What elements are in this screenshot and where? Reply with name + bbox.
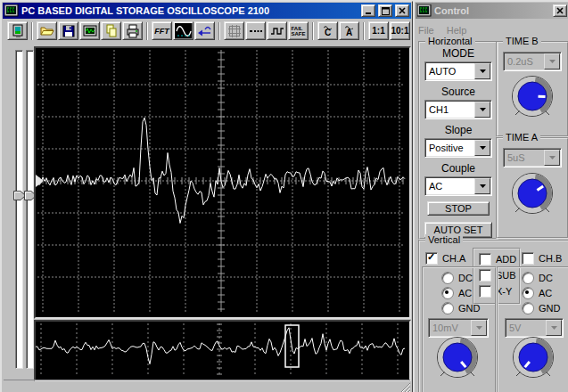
couple-select[interactable]: AC [424, 176, 492, 196]
maximize-button[interactable] [378, 4, 392, 17]
stop-button[interactable]: STOP [427, 201, 490, 216]
slope-label: Slope [445, 124, 473, 136]
channel-b-checkbox[interactable]: CH.B [522, 252, 562, 265]
chevron-down-icon[interactable] [546, 320, 562, 336]
resize-grip[interactable] [399, 380, 410, 392]
fft-button[interactable]: FFT [152, 21, 172, 40]
source-select[interactable]: CH1 [424, 100, 492, 119]
chevron-down-icon[interactable] [471, 320, 487, 336]
display-capture-button[interactable] [79, 21, 100, 40]
radio-icon[interactable] [522, 302, 534, 314]
channel-a-volts-select[interactable]: 10mV [428, 318, 489, 338]
close-icon [556, 7, 564, 14]
couple-label: Couple [441, 162, 475, 175]
dotted-line-button[interactable] [245, 21, 266, 40]
channel-a-checkbox[interactable]: CH.A [425, 252, 465, 265]
channel-a-volts-value: 10mV [429, 323, 471, 333]
trigger-a-button[interactable]: A [339, 21, 359, 40]
checkbox-icon[interactable] [522, 252, 534, 265]
trigger-c-icon: C [324, 25, 332, 37]
chevron-down-icon[interactable] [474, 178, 490, 194]
toolbar-separator [312, 22, 314, 40]
time-a-group-label: TIME A [503, 132, 540, 143]
main-scope-display[interactable] [34, 46, 411, 319]
channel-a-ac-radio[interactable]: AC [441, 287, 472, 299]
save-button[interactable] [58, 21, 78, 40]
minimize-icon [365, 7, 372, 14]
horizontal-group-label: Horizontal [425, 36, 475, 46]
channel-b-frame: DC AC GND 5V [497, 266, 568, 392]
chevron-down-icon[interactable] [544, 53, 560, 69]
slope-select[interactable]: Positive [424, 138, 492, 158]
channel-b-volts-select[interactable]: 5V [505, 318, 564, 338]
channel-b-dc-radio[interactable]: DC [522, 272, 553, 284]
mode-select[interactable]: AUTO [424, 61, 492, 81]
radio-icon[interactable] [441, 272, 454, 284]
failsafe-line2: SAFE [291, 31, 305, 37]
main-titlebar[interactable]: PC BASED DIGITAL STORAGE OSCILLOSCOPE 21… [3, 3, 411, 19]
square-wave-icon [270, 24, 284, 38]
chevron-down-icon[interactable] [474, 63, 490, 79]
close-icon [399, 7, 406, 14]
trigger-c-button[interactable]: C [317, 21, 338, 40]
channel-b-gnd-radio[interactable]: GND [522, 302, 560, 314]
time-a-knob[interactable] [510, 172, 555, 216]
toolbar: FFT [4, 20, 409, 41]
open-icon [40, 24, 54, 38]
exit-icon [11, 24, 25, 38]
gnd-label: GND [458, 303, 480, 314]
channel-a-knob[interactable] [435, 336, 480, 380]
menu-file[interactable]: File [418, 25, 434, 36]
channel-b-ac-radio[interactable]: AC [522, 287, 552, 299]
probe-10to1-button[interactable]: 10:1 [390, 21, 410, 40]
grid-icon [227, 24, 242, 38]
checkbox-icon[interactable] [479, 253, 491, 265]
chevron-down-icon[interactable] [474, 140, 490, 156]
radio-icon[interactable] [522, 272, 534, 284]
time-b-knob[interactable] [510, 75, 555, 119]
add-checkbox[interactable]: ADD [479, 253, 519, 265]
overview-scope-display[interactable] [34, 320, 411, 381]
control-window: Control File Help Horizontal MODE AUTO S… [413, 0, 568, 392]
copy-icon [104, 24, 119, 38]
menu-help[interactable]: Help [447, 25, 467, 36]
chevron-down-icon[interactable] [474, 102, 490, 118]
undo-button[interactable] [194, 21, 215, 40]
time-a-select[interactable]: 5uS [503, 148, 562, 167]
print-button[interactable] [122, 21, 143, 40]
channel-a-frame: DC AC GND 10mV [422, 266, 497, 392]
exit-button[interactable] [7, 21, 28, 40]
slope-value: Positive [425, 143, 474, 153]
control-titlebar[interactable]: Control [416, 3, 568, 19]
dc-label: DC [539, 273, 553, 283]
radio-icon[interactable] [441, 287, 454, 299]
control-close-button[interactable] [553, 4, 567, 17]
channel-a-position-slider[interactable] [15, 50, 23, 369]
radio-icon[interactable] [441, 302, 454, 314]
time-b-select[interactable]: 0.2uS [503, 52, 562, 71]
toolbar-separator [146, 22, 148, 40]
status-bar [4, 380, 410, 392]
waveform-display-button[interactable] [173, 21, 193, 40]
probe-1to1-button[interactable]: 1:1 [368, 21, 389, 40]
source-value: CH1 [425, 104, 474, 115]
maximize-icon [382, 7, 390, 15]
grid-button[interactable] [224, 21, 244, 40]
minimize-button[interactable] [361, 4, 375, 17]
radio-icon[interactable] [522, 287, 534, 299]
channel-b-position-slider[interactable] [26, 50, 34, 369]
toolbar-separator [363, 22, 365, 40]
main-scope-plot [36, 48, 406, 314]
time-a-group: TIME A 5uS [496, 137, 568, 239]
save-icon [62, 24, 76, 38]
channel-a-dc-radio[interactable]: DC [441, 272, 473, 284]
checkbox-icon[interactable] [425, 252, 438, 265]
close-button[interactable] [395, 4, 409, 17]
failsafe-button[interactable]: FAIL SAFE [288, 21, 309, 40]
chevron-down-icon[interactable] [544, 150, 560, 166]
copy-button[interactable] [101, 21, 121, 40]
square-wave-button[interactable] [267, 21, 287, 40]
channel-a-gnd-radio[interactable]: GND [441, 302, 480, 314]
open-button[interactable] [37, 21, 57, 40]
channel-b-knob[interactable] [511, 336, 556, 380]
